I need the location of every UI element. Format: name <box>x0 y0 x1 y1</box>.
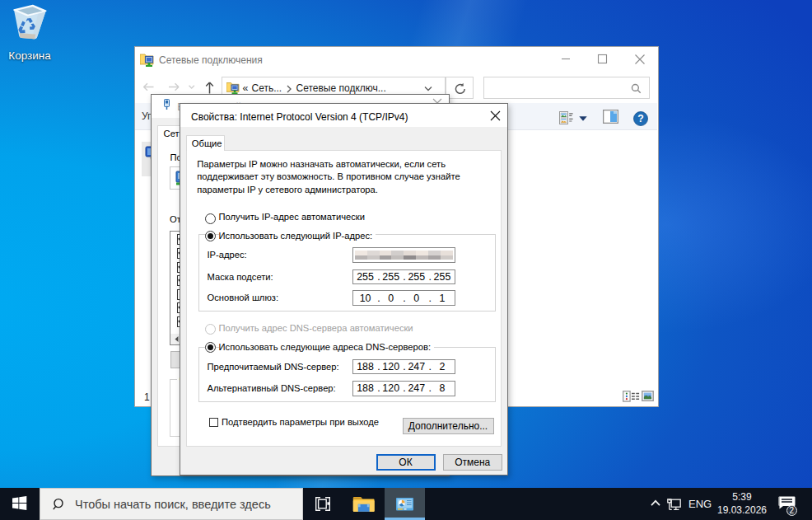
svg-text:?: ? <box>637 113 644 124</box>
